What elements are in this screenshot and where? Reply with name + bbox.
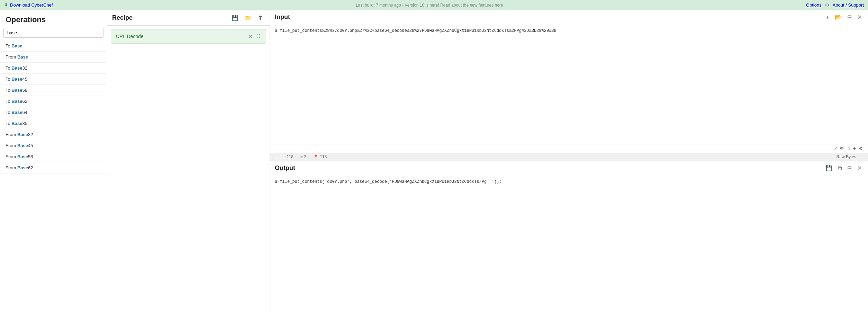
recipe-toolbar: 💾 📁 🗑 xyxy=(230,14,265,22)
input-split-button[interactable]: ⊟ xyxy=(846,13,853,21)
input-gear-icon: ⚙ xyxy=(859,146,863,151)
status-chars: ⚊⚊⚊ 118 xyxy=(275,154,293,159)
sidebar-item-10[interactable]: From Base58 xyxy=(0,151,107,162)
sidebar-title: Operations xyxy=(0,10,107,28)
recipe-clear-button[interactable]: 🗑 xyxy=(256,14,265,22)
sidebar-list: To BaseFrom BaseTo Base32To Base45To Bas… xyxy=(0,41,107,312)
output-header: Output 💾 ⧉ ⊟ ✕ xyxy=(270,161,868,175)
output-save-button[interactable]: 💾 xyxy=(824,164,834,172)
status-lines: ≡ 2 xyxy=(300,154,306,159)
recipe-panel: Recipe 💾 📁 🗑 URL Decode ⊘ ⠿ xyxy=(107,10,270,312)
recipe-header: Recipe 💾 📁 🗑 xyxy=(107,10,270,26)
recipe-item-move-button[interactable]: ⠿ xyxy=(256,33,261,40)
recipe-title: Recipe xyxy=(112,14,133,21)
input-textarea[interactable]: a=file_put_contents%28%27d00r.php%27%2C+… xyxy=(270,24,868,144)
input-check-icon: ✓ xyxy=(834,146,838,151)
build-notice: Last build: 7 months ago - Version 10 is… xyxy=(356,3,503,8)
output-section: Output 💾 ⧉ ⊟ ✕ a=file_put_contents('d00r… xyxy=(270,161,868,312)
input-open-button[interactable]: 📂 xyxy=(833,13,843,21)
input-title: Input xyxy=(275,14,290,21)
download-link[interactable]: Download CyberChef xyxy=(10,2,53,8)
download-section: ⬇ Download CyberChef xyxy=(4,2,53,8)
sidebar-item-0[interactable]: To Base xyxy=(0,41,107,52)
sidebar-item-6[interactable]: To Base64 xyxy=(0,107,107,118)
top-bar: ⬇ Download CyberChef Last build: 7 month… xyxy=(0,0,868,10)
recipe-item-disable-button[interactable]: ⊘ xyxy=(248,33,253,40)
main-layout: Operations To BaseFrom BaseTo Base32To B… xyxy=(0,10,868,312)
lines-icon: ≡ xyxy=(300,155,302,159)
input-close-button[interactable]: ✕ xyxy=(856,13,863,21)
sidebar-item-11[interactable]: From Base62 xyxy=(0,162,107,173)
output-title: Output xyxy=(275,164,295,172)
options-gear-icon: ⚙ xyxy=(825,2,829,8)
about-support-link[interactable]: About / Support xyxy=(833,2,864,8)
search-input[interactable] xyxy=(3,28,103,38)
recipe-save-button[interactable]: 💾 xyxy=(230,14,240,22)
lines-value: 2 xyxy=(304,154,306,159)
options-link[interactable]: Options xyxy=(806,2,822,8)
top-right-actions: Options ⚙ About / Support xyxy=(806,2,864,8)
input-section: Input + 📂 ⊟ ✕ a=file_put_contents%28%27d… xyxy=(270,10,868,161)
output-toolbar: 💾 ⧉ ⊟ ✕ xyxy=(824,164,863,172)
output-copy-button[interactable]: ⧉ xyxy=(837,164,843,172)
status-position: 📍 118 xyxy=(313,154,327,159)
input-zh-icon: 中 xyxy=(840,146,844,151)
sidebar-item-1[interactable]: From Base xyxy=(0,52,107,63)
input-moon-icon: ☽ xyxy=(846,146,850,151)
sidebar-item-5[interactable]: To Base62 xyxy=(0,96,107,107)
position-value: 118 xyxy=(320,154,327,159)
sidebar-item-8[interactable]: From Base32 xyxy=(0,129,107,140)
chars-icon: ⚊⚊⚊ xyxy=(275,155,285,159)
recipe-body: URL Decode ⊘ ⠿ xyxy=(107,26,270,312)
sidebar-item-2[interactable]: To Base32 xyxy=(0,63,107,74)
input-header: Input + 📂 ⊟ ✕ xyxy=(270,10,868,24)
status-right: Raw Bytes ← xyxy=(837,154,863,159)
output-close-button[interactable]: ✕ xyxy=(856,164,863,172)
chars-value: 118 xyxy=(287,154,293,159)
sidebar: Operations To BaseFrom BaseTo Base32To B… xyxy=(0,10,107,312)
input-magic-icon: ✦ xyxy=(852,146,857,151)
recipe-open-button[interactable]: 📁 xyxy=(243,14,253,22)
download-icon: ⬇ xyxy=(4,2,8,8)
output-content: a=file_put_contents('d00r.php', base64_d… xyxy=(270,175,868,312)
position-icon: 📍 xyxy=(313,154,318,159)
input-toolbar: + 📂 ⊟ ✕ xyxy=(825,13,863,21)
raw-bytes-label: Raw Bytes xyxy=(837,154,856,159)
sidebar-item-7[interactable]: To Base85 xyxy=(0,118,107,129)
recipe-item-name: URL Decode xyxy=(116,34,144,39)
sidebar-item-9[interactable]: From Base45 xyxy=(0,140,107,151)
right-panel: Input + 📂 ⊟ ✕ a=file_put_contents%28%27d… xyxy=(270,10,868,312)
arrow-icon: ← xyxy=(859,154,863,159)
output-split-button[interactable]: ⊟ xyxy=(846,164,853,172)
recipe-item-url-decode: URL Decode ⊘ ⠿ xyxy=(111,29,266,44)
status-bar: ⚊⚊⚊ 118 ≡ 2 📍 118 Raw Bytes ← xyxy=(270,153,868,161)
input-add-button[interactable]: + xyxy=(825,14,831,21)
sidebar-item-4[interactable]: To Base58 xyxy=(0,85,107,96)
recipe-item-controls: ⊘ ⠿ xyxy=(248,33,261,40)
sidebar-item-3[interactable]: To Base45 xyxy=(0,74,107,85)
